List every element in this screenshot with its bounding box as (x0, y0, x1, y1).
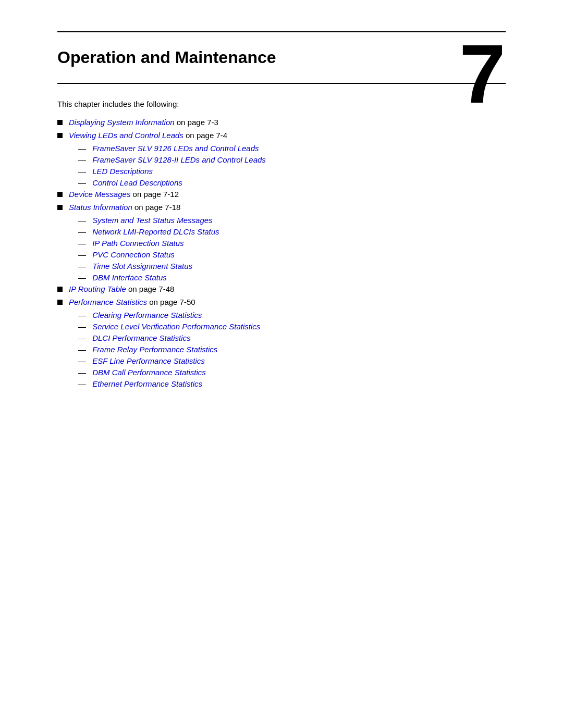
toc-item-text: Device Messages on page 7-12 (69, 190, 179, 199)
system-test-status-link[interactable]: System and Test Status Messages (92, 216, 212, 225)
toc-item-text: Status Information on page 7-18 (69, 203, 180, 212)
clearing-perf-link[interactable]: Clearing Performance Statistics (92, 311, 202, 319)
toc-item-page: on page 7-3 (175, 118, 218, 127)
dash-item-pvc-connection: — PVC Connection Status (57, 250, 506, 259)
bullet-icon (57, 300, 63, 305)
bullet-icon (57, 120, 63, 125)
dash-item-framesaver-9128: — FrameSaver SLV 9128-II LEDs and Contro… (57, 155, 506, 164)
toc-item-ip-routing: IP Routing Table on page 7-48 (57, 285, 506, 293)
toc-item-page: on page 7-18 (132, 203, 181, 212)
dbm-interface-link[interactable]: DBM Interface Status (92, 273, 167, 282)
pvc-connection-link[interactable]: PVC Connection Status (92, 250, 175, 259)
chapter-title: Operation and Maintenance (57, 43, 506, 67)
dash-item-network-lmi-dlcis: — Network LMI-Reported DLCIs Status (57, 227, 506, 236)
time-slot-link[interactable]: Time Slot Assignment Status (92, 262, 192, 270)
network-lmi-dlcis-link[interactable]: Network LMI-Reported DLCIs Status (92, 227, 219, 236)
bullet-icon (57, 133, 63, 138)
ip-path-connection-link[interactable]: IP Path Connection Status (92, 239, 183, 248)
dash-item-clearing-perf: — Clearing Performance Statistics (57, 311, 506, 319)
viewing-leds-link[interactable]: Viewing LEDs and Control Leads (69, 131, 183, 140)
esf-perf-link[interactable]: ESF Line Performance Statistics (92, 356, 205, 365)
dash-item-system-test-status: — System and Test Status Messages (57, 216, 506, 225)
bullet-icon (57, 287, 63, 292)
dash-item-dbm-call-perf: — DBM Call Performance Statistics (57, 368, 506, 377)
dash-item-dlci-perf: — DLCI Performance Statistics (57, 334, 506, 342)
dash-item-ip-path-connection: — IP Path Connection Status (57, 239, 506, 248)
toc-item-page: on page 7-12 (130, 190, 179, 199)
toc-item-page: on page 7-50 (147, 298, 195, 306)
dash-item-framesaver-9126: — FrameSaver SLV 9126 LEDs and Control L… (57, 144, 506, 153)
toc-list: Displaying System Information on page 7-… (57, 118, 506, 388)
bullet-icon (57, 205, 63, 210)
toc-item-text: Viewing LEDs and Control Leads on page 7… (69, 131, 227, 140)
page-container: Operation and Maintenance 7 This chapter… (0, 31, 563, 728)
toc-item-status-information: Status Information on page 7-18 (57, 203, 506, 212)
led-descriptions-link[interactable]: LED Descriptions (92, 167, 153, 176)
frame-relay-perf-link[interactable]: Frame Relay Performance Statistics (92, 345, 217, 354)
dash-item-control-lead-descriptions: — Control Lead Descriptions (57, 178, 506, 187)
chapter-number: 7 (459, 32, 506, 116)
status-information-link[interactable]: Status Information (69, 203, 132, 212)
ethernet-perf-link[interactable]: Ethernet Performance Statistics (92, 379, 202, 388)
bullet-icon (57, 192, 63, 197)
dash-item-time-slot: — Time Slot Assignment Status (57, 262, 506, 270)
dash-item-frame-relay-perf: — Frame Relay Performance Statistics (57, 345, 506, 354)
framesaver-9128-link[interactable]: FrameSaver SLV 9128-II LEDs and Control … (92, 155, 266, 164)
toc-item-text: Performance Statistics on page 7-50 (69, 298, 195, 306)
toc-item-page: on page 7-4 (183, 131, 227, 140)
toc-item-device-messages: Device Messages on page 7-12 (57, 190, 506, 199)
device-messages-link[interactable]: Device Messages (69, 190, 130, 199)
dlci-perf-link[interactable]: DLCI Performance Statistics (92, 334, 190, 342)
ip-routing-table-link[interactable]: IP Routing Table (69, 285, 126, 293)
toc-item-displaying-system-info: Displaying System Information on page 7-… (57, 118, 506, 127)
dash-item-ethernet-perf: — Ethernet Performance Statistics (57, 379, 506, 388)
toc-item-text: IP Routing Table on page 7-48 (69, 285, 174, 293)
toc-item-page: on page 7-48 (126, 285, 175, 293)
dash-item-led-descriptions: — LED Descriptions (57, 167, 506, 176)
performance-statistics-link[interactable]: Performance Statistics (69, 298, 147, 306)
dash-item-esf-perf: — ESF Line Performance Statistics (57, 356, 506, 365)
intro-text: This chapter includes the following: (57, 100, 506, 108)
toc-item-text: Displaying System Information on page 7-… (69, 118, 218, 127)
toc-item-performance-stats: Performance Statistics on page 7-50 (57, 298, 506, 306)
content-area: This chapter includes the following: Dis… (57, 100, 506, 388)
dash-item-slv-perf: — Service Level Verification Performance… (57, 322, 506, 331)
chapter-header: Operation and Maintenance 7 (57, 32, 506, 67)
dash-item-dbm-interface: — DBM Interface Status (57, 273, 506, 282)
framesaver-9126-link[interactable]: FrameSaver SLV 9126 LEDs and Control Lea… (92, 144, 259, 153)
control-lead-descriptions-link[interactable]: Control Lead Descriptions (92, 178, 182, 187)
bottom-rule (57, 83, 506, 84)
slv-perf-link[interactable]: Service Level Verification Performance S… (92, 322, 260, 331)
displaying-system-info-link[interactable]: Displaying System Information (69, 118, 175, 127)
toc-item-viewing-leds: Viewing LEDs and Control Leads on page 7… (57, 131, 506, 140)
dbm-call-perf-link[interactable]: DBM Call Performance Statistics (92, 368, 206, 377)
